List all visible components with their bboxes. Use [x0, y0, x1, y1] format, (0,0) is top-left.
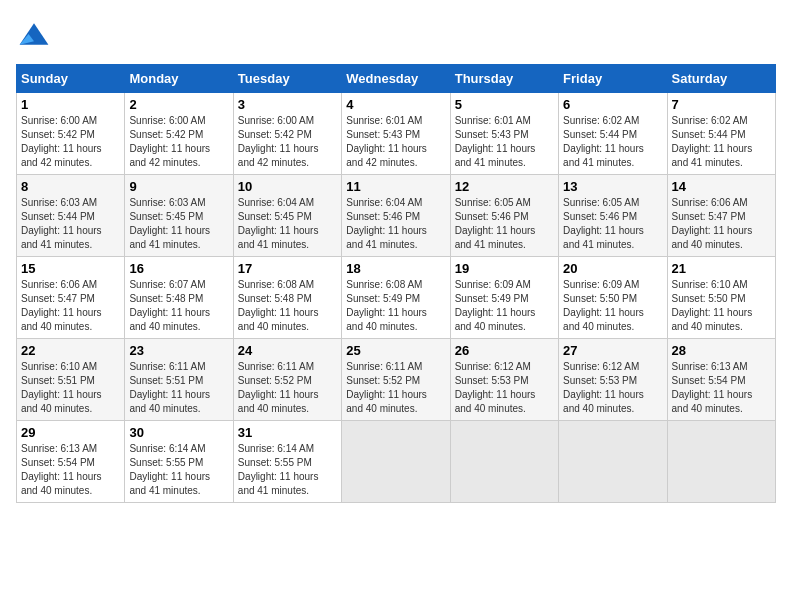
calendar-body: 1Sunrise: 6:00 AM Sunset: 5:42 PM Daylig… [17, 93, 776, 503]
day-number: 5 [455, 97, 554, 112]
day-cell: 21Sunrise: 6:10 AM Sunset: 5:50 PM Dayli… [667, 257, 775, 339]
day-number: 30 [129, 425, 228, 440]
day-number: 19 [455, 261, 554, 276]
day-number: 11 [346, 179, 445, 194]
day-number: 14 [672, 179, 771, 194]
day-number: 23 [129, 343, 228, 358]
day-cell: 30Sunrise: 6:14 AM Sunset: 5:55 PM Dayli… [125, 421, 233, 503]
day-info: Sunrise: 6:09 AM Sunset: 5:50 PM Dayligh… [563, 278, 662, 334]
day-info: Sunrise: 6:02 AM Sunset: 5:44 PM Dayligh… [672, 114, 771, 170]
day-cell: 2Sunrise: 6:00 AM Sunset: 5:42 PM Daylig… [125, 93, 233, 175]
day-number: 10 [238, 179, 337, 194]
day-cell: 29Sunrise: 6:13 AM Sunset: 5:54 PM Dayli… [17, 421, 125, 503]
header-sunday: Sunday [17, 65, 125, 93]
day-number: 18 [346, 261, 445, 276]
day-number: 15 [21, 261, 120, 276]
header-monday: Monday [125, 65, 233, 93]
day-number: 16 [129, 261, 228, 276]
day-info: Sunrise: 6:08 AM Sunset: 5:48 PM Dayligh… [238, 278, 337, 334]
day-info: Sunrise: 6:11 AM Sunset: 5:52 PM Dayligh… [346, 360, 445, 416]
logo [16, 16, 56, 52]
calendar-table: SundayMondayTuesdayWednesdayThursdayFrid… [16, 64, 776, 503]
day-info: Sunrise: 6:00 AM Sunset: 5:42 PM Dayligh… [129, 114, 228, 170]
day-number: 9 [129, 179, 228, 194]
day-cell [667, 421, 775, 503]
day-cell: 16Sunrise: 6:07 AM Sunset: 5:48 PM Dayli… [125, 257, 233, 339]
week-row-2: 8Sunrise: 6:03 AM Sunset: 5:44 PM Daylig… [17, 175, 776, 257]
day-info: Sunrise: 6:02 AM Sunset: 5:44 PM Dayligh… [563, 114, 662, 170]
day-info: Sunrise: 6:00 AM Sunset: 5:42 PM Dayligh… [21, 114, 120, 170]
day-cell: 9Sunrise: 6:03 AM Sunset: 5:45 PM Daylig… [125, 175, 233, 257]
week-row-3: 15Sunrise: 6:06 AM Sunset: 5:47 PM Dayli… [17, 257, 776, 339]
day-cell: 27Sunrise: 6:12 AM Sunset: 5:53 PM Dayli… [559, 339, 667, 421]
day-cell: 5Sunrise: 6:01 AM Sunset: 5:43 PM Daylig… [450, 93, 558, 175]
header-thursday: Thursday [450, 65, 558, 93]
day-info: Sunrise: 6:05 AM Sunset: 5:46 PM Dayligh… [455, 196, 554, 252]
day-number: 8 [21, 179, 120, 194]
day-info: Sunrise: 6:01 AM Sunset: 5:43 PM Dayligh… [346, 114, 445, 170]
day-number: 2 [129, 97, 228, 112]
day-cell: 22Sunrise: 6:10 AM Sunset: 5:51 PM Dayli… [17, 339, 125, 421]
header-row: SundayMondayTuesdayWednesdayThursdayFrid… [17, 65, 776, 93]
week-row-5: 29Sunrise: 6:13 AM Sunset: 5:54 PM Dayli… [17, 421, 776, 503]
header-tuesday: Tuesday [233, 65, 341, 93]
day-cell: 15Sunrise: 6:06 AM Sunset: 5:47 PM Dayli… [17, 257, 125, 339]
header-friday: Friday [559, 65, 667, 93]
day-info: Sunrise: 6:00 AM Sunset: 5:42 PM Dayligh… [238, 114, 337, 170]
day-info: Sunrise: 6:13 AM Sunset: 5:54 PM Dayligh… [21, 442, 120, 498]
day-cell: 28Sunrise: 6:13 AM Sunset: 5:54 PM Dayli… [667, 339, 775, 421]
day-number: 3 [238, 97, 337, 112]
day-cell: 25Sunrise: 6:11 AM Sunset: 5:52 PM Dayli… [342, 339, 450, 421]
day-cell: 1Sunrise: 6:00 AM Sunset: 5:42 PM Daylig… [17, 93, 125, 175]
day-number: 29 [21, 425, 120, 440]
day-number: 12 [455, 179, 554, 194]
day-number: 28 [672, 343, 771, 358]
day-cell: 11Sunrise: 6:04 AM Sunset: 5:46 PM Dayli… [342, 175, 450, 257]
day-number: 21 [672, 261, 771, 276]
day-info: Sunrise: 6:03 AM Sunset: 5:44 PM Dayligh… [21, 196, 120, 252]
day-cell: 3Sunrise: 6:00 AM Sunset: 5:42 PM Daylig… [233, 93, 341, 175]
day-cell: 19Sunrise: 6:09 AM Sunset: 5:49 PM Dayli… [450, 257, 558, 339]
day-info: Sunrise: 6:11 AM Sunset: 5:51 PM Dayligh… [129, 360, 228, 416]
header-saturday: Saturday [667, 65, 775, 93]
day-info: Sunrise: 6:11 AM Sunset: 5:52 PM Dayligh… [238, 360, 337, 416]
day-cell: 23Sunrise: 6:11 AM Sunset: 5:51 PM Dayli… [125, 339, 233, 421]
day-number: 27 [563, 343, 662, 358]
day-info: Sunrise: 6:14 AM Sunset: 5:55 PM Dayligh… [238, 442, 337, 498]
day-cell [342, 421, 450, 503]
day-number: 13 [563, 179, 662, 194]
day-cell [559, 421, 667, 503]
day-number: 31 [238, 425, 337, 440]
week-row-1: 1Sunrise: 6:00 AM Sunset: 5:42 PM Daylig… [17, 93, 776, 175]
day-info: Sunrise: 6:06 AM Sunset: 5:47 PM Dayligh… [21, 278, 120, 334]
page-header [16, 16, 776, 52]
logo-icon [16, 16, 52, 52]
day-cell: 4Sunrise: 6:01 AM Sunset: 5:43 PM Daylig… [342, 93, 450, 175]
day-cell: 14Sunrise: 6:06 AM Sunset: 5:47 PM Dayli… [667, 175, 775, 257]
calendar-header: SundayMondayTuesdayWednesdayThursdayFrid… [17, 65, 776, 93]
header-wednesday: Wednesday [342, 65, 450, 93]
day-number: 24 [238, 343, 337, 358]
day-cell: 13Sunrise: 6:05 AM Sunset: 5:46 PM Dayli… [559, 175, 667, 257]
day-number: 7 [672, 97, 771, 112]
day-info: Sunrise: 6:01 AM Sunset: 5:43 PM Dayligh… [455, 114, 554, 170]
day-cell: 26Sunrise: 6:12 AM Sunset: 5:53 PM Dayli… [450, 339, 558, 421]
day-info: Sunrise: 6:12 AM Sunset: 5:53 PM Dayligh… [563, 360, 662, 416]
day-number: 20 [563, 261, 662, 276]
day-cell: 24Sunrise: 6:11 AM Sunset: 5:52 PM Dayli… [233, 339, 341, 421]
day-cell: 17Sunrise: 6:08 AM Sunset: 5:48 PM Dayli… [233, 257, 341, 339]
day-number: 22 [21, 343, 120, 358]
day-info: Sunrise: 6:08 AM Sunset: 5:49 PM Dayligh… [346, 278, 445, 334]
day-info: Sunrise: 6:10 AM Sunset: 5:50 PM Dayligh… [672, 278, 771, 334]
day-info: Sunrise: 6:13 AM Sunset: 5:54 PM Dayligh… [672, 360, 771, 416]
day-cell [450, 421, 558, 503]
day-info: Sunrise: 6:05 AM Sunset: 5:46 PM Dayligh… [563, 196, 662, 252]
day-info: Sunrise: 6:04 AM Sunset: 5:46 PM Dayligh… [346, 196, 445, 252]
day-cell: 20Sunrise: 6:09 AM Sunset: 5:50 PM Dayli… [559, 257, 667, 339]
day-info: Sunrise: 6:09 AM Sunset: 5:49 PM Dayligh… [455, 278, 554, 334]
day-number: 17 [238, 261, 337, 276]
week-row-4: 22Sunrise: 6:10 AM Sunset: 5:51 PM Dayli… [17, 339, 776, 421]
day-info: Sunrise: 6:14 AM Sunset: 5:55 PM Dayligh… [129, 442, 228, 498]
day-info: Sunrise: 6:12 AM Sunset: 5:53 PM Dayligh… [455, 360, 554, 416]
day-info: Sunrise: 6:03 AM Sunset: 5:45 PM Dayligh… [129, 196, 228, 252]
